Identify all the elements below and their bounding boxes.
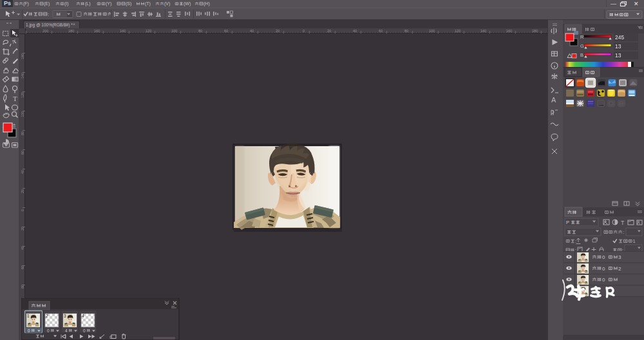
svg-text:140: 140 xyxy=(21,73,24,79)
svg-text:(T): (T) xyxy=(145,1,151,6)
svg-text:A: A xyxy=(551,96,556,104)
svg-text:(L): (L) xyxy=(85,1,91,6)
svg-text:P: P xyxy=(566,220,569,225)
svg-text:(E): (E) xyxy=(44,1,50,6)
svg-text:60: 60 xyxy=(21,151,24,155)
svg-text:20: 20 xyxy=(276,29,279,33)
svg-text:2: 2 xyxy=(618,266,621,272)
svg-text:245: 245 xyxy=(615,34,624,41)
svg-text:20: 20 xyxy=(327,29,331,33)
svg-text:80: 80 xyxy=(198,29,202,33)
svg-text:B: B xyxy=(580,52,583,58)
svg-text:(S): (S) xyxy=(126,1,131,6)
svg-text:40: 40 xyxy=(21,170,24,174)
svg-text:T: T xyxy=(621,220,625,226)
svg-text:80: 80 xyxy=(21,285,24,288)
svg-text:60: 60 xyxy=(224,29,228,33)
svg-text:40: 40 xyxy=(250,29,254,33)
svg-text:20: 20 xyxy=(21,227,24,231)
svg-text:(H): (H) xyxy=(204,1,210,6)
svg-text:20: 20 xyxy=(21,189,24,193)
svg-text:40: 40 xyxy=(21,246,24,250)
svg-text:T: T xyxy=(13,95,17,102)
svg-text:3: 3 xyxy=(64,314,66,318)
svg-text:40: 40 xyxy=(353,29,357,33)
svg-text:0: 0 xyxy=(602,266,605,272)
svg-text::: : xyxy=(575,238,576,244)
svg-text:13: 13 xyxy=(615,52,621,59)
svg-text:3: 3 xyxy=(618,254,621,260)
svg-text:0: 0 xyxy=(21,209,24,211)
svg-text:80: 80 xyxy=(404,29,408,33)
svg-text:2: 2 xyxy=(46,314,48,318)
svg-text:13: 13 xyxy=(615,43,621,50)
svg-text:120: 120 xyxy=(21,92,24,98)
svg-text:60: 60 xyxy=(379,29,383,33)
svg-text::: : xyxy=(623,229,624,235)
svg-text:(Y): (Y) xyxy=(106,1,111,6)
svg-text:(F): (F) xyxy=(23,1,29,6)
svg-text:160: 160 xyxy=(21,53,24,59)
svg-text::: : xyxy=(48,12,49,17)
svg-text:G: G xyxy=(580,43,584,49)
svg-text:1: 1 xyxy=(633,238,636,244)
svg-text:0: 0 xyxy=(47,328,50,333)
svg-text:80: 80 xyxy=(21,131,24,135)
svg-text:0: 0 xyxy=(83,328,86,333)
svg-text:4: 4 xyxy=(65,328,68,333)
svg-text:60: 60 xyxy=(21,265,24,269)
svg-text:1: 1 xyxy=(27,314,30,318)
svg-text:0: 0 xyxy=(28,328,30,333)
svg-text:0: 0 xyxy=(602,254,605,260)
svg-text:100: 100 xyxy=(21,111,24,117)
svg-text:R: R xyxy=(580,34,584,40)
svg-text:4: 4 xyxy=(82,314,84,318)
svg-text:(W): (W) xyxy=(184,1,191,6)
svg-text:(V): (V) xyxy=(164,1,170,6)
svg-text:(I): (I) xyxy=(64,1,69,6)
